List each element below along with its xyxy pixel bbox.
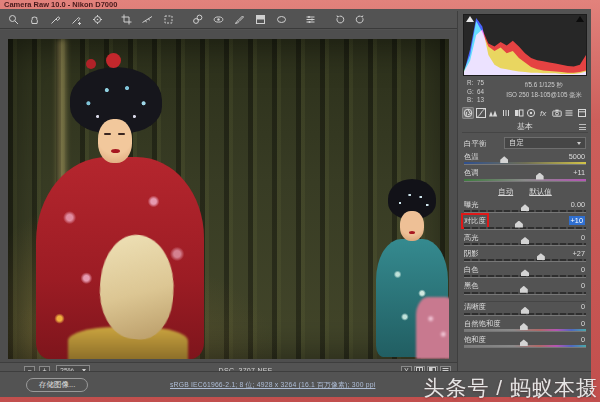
slider-value[interactable]: 0 <box>581 281 585 290</box>
aperture-shutter-label: f/5.6 1/125 秒 <box>501 80 587 90</box>
slider-value[interactable]: 0 <box>581 335 585 344</box>
tab-tone-curve[interactable] <box>475 107 487 119</box>
left-performer-face <box>98 119 132 163</box>
tab-basic[interactable] <box>462 107 474 119</box>
targeted-adjustment-tool[interactable] <box>89 13 106 27</box>
rotate-left-tool[interactable] <box>331 13 348 27</box>
slider-thumb[interactable] <box>515 221 523 228</box>
slider-thumb[interactable] <box>521 307 529 314</box>
tab-presets[interactable] <box>564 107 576 119</box>
right-performer-face <box>400 211 424 241</box>
screenshot-background: Camera Raw 10.0 - Nikon D7000 <box>0 0 600 402</box>
slider-track[interactable] <box>464 259 586 262</box>
headdress-pompom <box>106 53 121 68</box>
crop-tool[interactable] <box>118 13 135 27</box>
white-balance-sliders: 色温5000色调+11 <box>464 152 586 185</box>
tab-effects[interactable]: fx <box>538 107 550 119</box>
tab-lens-corrections[interactable] <box>526 107 538 119</box>
slider-thumb[interactable] <box>520 339 528 346</box>
slider-thumb[interactable] <box>521 269 529 276</box>
color-sampler-tool[interactable] <box>68 13 85 27</box>
adjustment-brush-tool[interactable] <box>231 13 248 27</box>
save-image-button[interactable]: 存储图像... <box>26 378 88 392</box>
histogram-plot <box>464 15 586 75</box>
panel-menu-icon[interactable] <box>579 124 586 130</box>
slider-value[interactable]: +27 <box>573 249 585 258</box>
shadow-clipping-icon[interactable] <box>466 16 474 22</box>
slider-value[interactable]: 0 <box>581 233 585 242</box>
preferences-tool[interactable] <box>302 13 319 27</box>
slider-track[interactable] <box>464 227 586 230</box>
slider-track[interactable] <box>464 210 586 213</box>
zoom-tool[interactable] <box>5 13 22 27</box>
graduated-filter-tool[interactable] <box>252 13 269 27</box>
slider-label: 色温 <box>464 152 479 162</box>
highlight-clipping-icon[interactable] <box>576 16 584 22</box>
auto-default-links: 自动 默认值 <box>464 187 586 198</box>
tab-hsl[interactable] <box>500 107 512 119</box>
slider-track[interactable] <box>464 275 586 278</box>
slider-row: 清晰度0 <box>464 301 586 319</box>
exif-readout: R:75 G:64 B:13 f/5.6 1/125 秒 ISO 250 18-… <box>463 79 587 105</box>
spot-removal-tool[interactable] <box>189 13 206 27</box>
slider-label: 高光 <box>464 233 479 243</box>
white-balance-select[interactable]: 自定 <box>504 137 586 149</box>
histogram[interactable] <box>463 14 587 76</box>
svg-text:fx: fx <box>540 109 547 118</box>
white-balance-tool[interactable] <box>47 13 64 27</box>
right-performer-skirt <box>416 297 449 359</box>
slider-track[interactable] <box>464 292 586 295</box>
left-performer-eye <box>104 133 111 135</box>
straighten-tool[interactable] <box>139 13 156 27</box>
slider-row: 对比度+10 <box>464 216 586 232</box>
radial-filter-tool[interactable] <box>273 13 290 27</box>
slider-label: 白色 <box>464 265 479 275</box>
hand-tool[interactable] <box>26 13 43 27</box>
right-performer-lips <box>409 231 415 234</box>
white-balance-value: 自定 <box>509 138 524 148</box>
camera-raw-window: − + 25% DSC_3707.NEF Y <box>0 9 591 397</box>
slider-thumb[interactable] <box>520 323 528 330</box>
slider-track[interactable] <box>464 329 586 332</box>
slider-track[interactable] <box>464 162 586 165</box>
slider-value[interactable]: +10 <box>569 216 585 225</box>
tab-split-toning[interactable] <box>513 107 525 119</box>
photo-canvas[interactable] <box>8 39 449 359</box>
g-value: 64 <box>477 88 484 95</box>
slider-value[interactable]: 0 <box>581 265 585 274</box>
slider-row: 色调+11 <box>464 168 586 184</box>
slider-label: 清晰度 <box>464 302 486 312</box>
tab-camera-calibration[interactable] <box>551 107 563 119</box>
slider-thumb[interactable] <box>520 286 528 293</box>
tab-detail[interactable] <box>487 107 499 119</box>
slider-track[interactable] <box>464 243 586 246</box>
slider-track[interactable] <box>464 179 586 182</box>
slider-row: 白色0 <box>464 265 586 281</box>
auto-link[interactable]: 自动 <box>498 187 513 196</box>
slider-thumb[interactable] <box>521 237 529 244</box>
slider-value[interactable]: 0 <box>581 319 585 328</box>
slider-value[interactable]: 0 <box>581 302 585 311</box>
slider-thumb[interactable] <box>536 173 544 180</box>
slider-row: 自然饱和度0 <box>464 319 586 335</box>
slider-track[interactable] <box>464 313 586 316</box>
workflow-options-link[interactable]: sRGB IEC61966-2.1; 8 位; 4928 x 3264 (16.… <box>170 380 375 390</box>
slider-value[interactable]: 5000 <box>569 152 585 161</box>
slider-row: 黑色0 <box>464 281 586 297</box>
slider-label: 自然饱和度 <box>464 319 500 329</box>
transform-tool[interactable] <box>160 13 177 27</box>
slider-thumb[interactable] <box>500 156 508 163</box>
slider-label: 阴影 <box>464 249 479 259</box>
slider-label: 曝光 <box>464 200 479 210</box>
rotate-right-tool[interactable] <box>352 13 369 27</box>
slider-value[interactable]: 0.00 <box>571 200 585 209</box>
slider-thumb[interactable] <box>521 204 529 211</box>
r-value: 75 <box>477 79 484 86</box>
slider-track[interactable] <box>464 345 586 348</box>
slider-value[interactable]: +11 <box>573 168 585 177</box>
tab-snapshots[interactable] <box>576 107 588 119</box>
default-link[interactable]: 默认值 <box>529 187 552 196</box>
slider-thumb[interactable] <box>537 253 545 260</box>
panel-tabs: fx <box>462 107 588 120</box>
red-eye-tool[interactable] <box>210 13 227 27</box>
